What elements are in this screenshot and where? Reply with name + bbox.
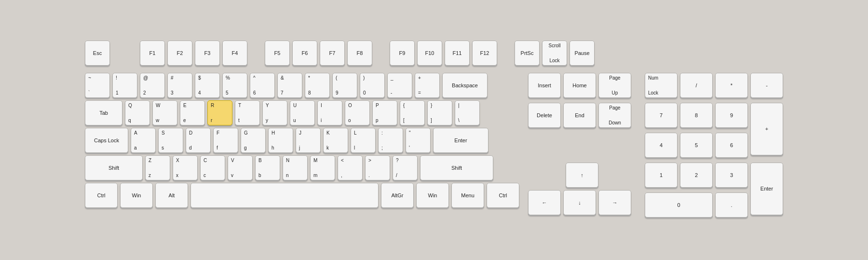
key-f5[interactable]: F5 <box>265 41 290 66</box>
key-backslash[interactable]: | \ <box>455 100 480 125</box>
key-altgr[interactable]: AltGr <box>381 183 414 208</box>
key-numminus[interactable]: - <box>750 73 783 98</box>
key-right[interactable]: → <box>598 190 631 215</box>
key-semicolon[interactable]: : ; <box>378 128 403 153</box>
key-g[interactable]: G g <box>241 128 266 153</box>
key-t[interactable]: T t <box>235 100 260 125</box>
key-1[interactable]: ! 1 <box>112 73 137 98</box>
key-pageup[interactable]: Page Up <box>598 73 631 98</box>
key-a[interactable]: A a <box>131 128 156 153</box>
key-minus[interactable]: _ - <box>387 73 412 98</box>
key-end[interactable]: End <box>563 103 596 128</box>
key-4[interactable]: $ 4 <box>195 73 220 98</box>
key-l[interactable]: L l <box>351 128 376 153</box>
key-v[interactable]: V v <box>228 155 253 180</box>
key-slash[interactable]: ? / <box>393 155 418 180</box>
key-2[interactable]: @ 2 <box>140 73 165 98</box>
key-scrolllock[interactable]: Scroll Lock <box>542 41 567 66</box>
key-w[interactable]: W w <box>152 100 177 125</box>
key-down[interactable]: ↓ <box>563 190 596 215</box>
key-5[interactable]: % 5 <box>222 73 247 98</box>
key-f6[interactable]: F6 <box>292 41 317 66</box>
key-y[interactable]: Y y <box>262 100 287 125</box>
key-esc[interactable]: Esc <box>85 41 110 66</box>
key-r[interactable]: R r <box>207 100 232 125</box>
key-k[interactable]: K k <box>323 128 348 153</box>
key-rctrl[interactable]: Ctrl <box>487 183 519 208</box>
key-delete[interactable]: Delete <box>528 103 561 128</box>
key-enter[interactable]: Enter <box>433 128 488 153</box>
key-d[interactable]: D d <box>186 128 211 153</box>
key-num6[interactable]: 6 <box>715 133 748 158</box>
key-x[interactable]: X x <box>173 155 198 180</box>
key-comma[interactable]: < , <box>338 155 363 180</box>
key-prtsc[interactable]: PrtSc <box>515 41 540 66</box>
key-space[interactable] <box>190 183 379 208</box>
key-capslock[interactable]: Caps Lock <box>85 128 128 153</box>
key-f12[interactable]: F12 <box>472 41 497 66</box>
key-f9[interactable]: F9 <box>390 41 415 66</box>
key-numplus[interactable]: + <box>750 103 783 155</box>
key-f1[interactable]: F1 <box>140 41 165 66</box>
key-rshift[interactable]: Shift <box>420 155 493 180</box>
key-pagedown[interactable]: Page Down <box>598 103 631 128</box>
key-p[interactable]: P p <box>372 100 397 125</box>
key-equals[interactable]: + = <box>415 73 440 98</box>
key-j[interactable]: J j <box>296 128 321 153</box>
key-9[interactable]: ( 9 <box>332 73 357 98</box>
key-f7[interactable]: F7 <box>320 41 345 66</box>
key-0[interactable]: ) 0 <box>360 73 385 98</box>
key-7[interactable]: & 7 <box>277 73 302 98</box>
key-num7[interactable]: 7 <box>645 103 678 128</box>
key-menu[interactable]: Menu <box>451 183 484 208</box>
key-left[interactable]: ← <box>528 190 561 215</box>
key-lalt[interactable]: Alt <box>155 183 188 208</box>
key-lctrl[interactable]: Ctrl <box>85 183 118 208</box>
key-num8[interactable]: 8 <box>680 103 713 128</box>
key-period[interactable]: > . <box>365 155 390 180</box>
key-e[interactable]: E e <box>180 100 205 125</box>
key-lbracket[interactable]: { [ <box>400 100 425 125</box>
key-b[interactable]: B b <box>255 155 280 180</box>
key-numlock[interactable]: Num Lock <box>645 73 678 98</box>
key-h[interactable]: H h <box>268 128 293 153</box>
key-num2[interactable]: 2 <box>680 163 713 188</box>
key-rwin[interactable]: Win <box>416 183 449 208</box>
key-insert[interactable]: Insert <box>528 73 561 98</box>
key-num0[interactable]: 0 <box>645 192 713 218</box>
key-lshift[interactable]: Shift <box>85 155 143 180</box>
key-u[interactable]: U u <box>290 100 315 125</box>
key-num9[interactable]: 9 <box>715 103 748 128</box>
key-3[interactable]: # 3 <box>167 73 192 98</box>
key-num3[interactable]: 3 <box>715 163 748 188</box>
key-num1[interactable]: 1 <box>645 163 678 188</box>
key-num4[interactable]: 4 <box>645 133 678 158</box>
key-q[interactable]: Q q <box>125 100 150 125</box>
key-backtick[interactable]: ~ ` <box>85 73 110 98</box>
key-rbracket[interactable]: } ] <box>427 100 452 125</box>
key-f[interactable]: F f <box>213 128 238 153</box>
key-tab[interactable]: Tab <box>85 100 122 125</box>
key-n[interactable]: N n <box>283 155 308 180</box>
key-8[interactable]: * 8 <box>305 73 330 98</box>
key-backspace[interactable]: Backspace <box>442 73 488 98</box>
key-num5[interactable]: 5 <box>680 133 713 158</box>
key-f2[interactable]: F2 <box>167 41 192 66</box>
key-f4[interactable]: F4 <box>222 41 247 66</box>
key-f3[interactable]: F3 <box>195 41 220 66</box>
key-i[interactable]: I i <box>317 100 342 125</box>
key-6[interactable]: ^ 6 <box>250 73 275 98</box>
key-pause[interactable]: Pause <box>570 41 595 66</box>
key-s[interactable]: S s <box>158 128 183 153</box>
key-quote[interactable]: " ' <box>406 128 431 153</box>
key-c[interactable]: C c <box>200 155 225 180</box>
key-f10[interactable]: F10 <box>417 41 442 66</box>
key-f11[interactable]: F11 <box>445 41 470 66</box>
key-up[interactable]: ↑ <box>566 163 598 188</box>
key-m[interactable]: M m <box>310 155 335 180</box>
key-numenter[interactable]: Enter <box>750 163 783 215</box>
key-numslash[interactable]: / <box>680 73 713 98</box>
key-numdot[interactable]: . <box>715 192 748 218</box>
key-f8[interactable]: F8 <box>347 41 372 66</box>
key-z[interactable]: Z z <box>145 155 170 180</box>
